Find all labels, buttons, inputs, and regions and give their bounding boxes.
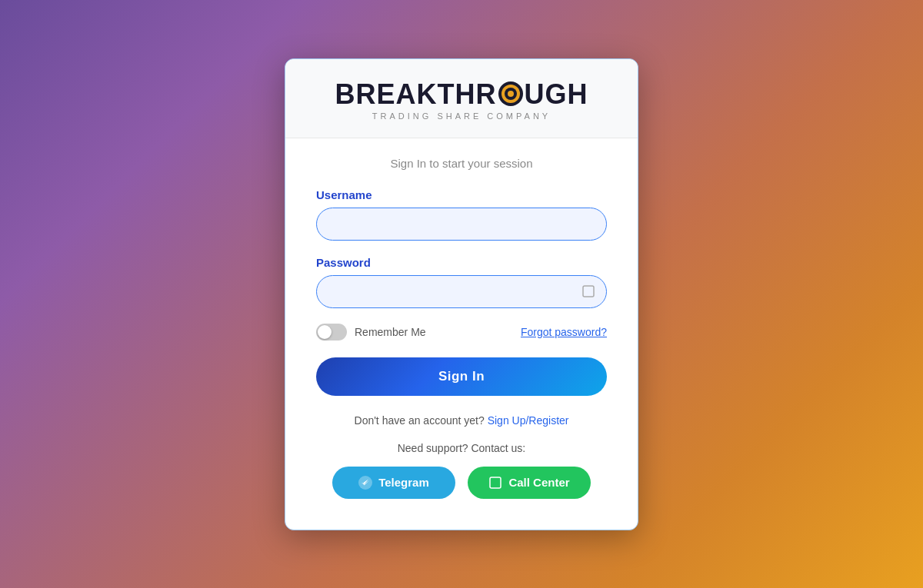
login-card: BREAKTHR UGH TRADING SHARE COMPANY Sign … [285, 58, 638, 530]
remember-me-label: Remember Me [355, 326, 426, 338]
callcenter-button[interactable]: Call Center [468, 467, 591, 499]
remember-left: Remember Me [316, 324, 426, 341]
support-text: Need support? Contact us: [316, 442, 607, 454]
logo-text-right: UGH [525, 81, 588, 108]
svg-rect-6 [490, 477, 501, 488]
sign-in-button[interactable]: Sign In [316, 357, 607, 396]
register-text: Don't have an account yet? [355, 414, 485, 427]
forgot-password-link[interactable]: Forgot password? [521, 326, 607, 338]
callcenter-label: Call Center [508, 476, 569, 489]
username-input[interactable] [316, 208, 607, 241]
password-label: Password [316, 256, 607, 269]
toggle-knob [318, 325, 332, 339]
form-section: Sign In to start your session Username P… [285, 138, 638, 499]
password-input[interactable] [316, 275, 607, 308]
logo-o-icon [498, 81, 524, 107]
logo-text-left: BREAKTHR [335, 81, 497, 108]
register-row: Don't have an account yet? Sign Up/Regis… [316, 414, 607, 427]
callcenter-icon [488, 476, 502, 490]
logo-subtitle: TRADING SHARE COMPANY [316, 111, 607, 121]
telegram-label: Telegram [378, 476, 429, 489]
remember-me-toggle[interactable] [316, 324, 347, 341]
password-wrapper [316, 275, 607, 308]
sign-in-subtitle: Sign In to start your session [316, 157, 607, 170]
telegram-button[interactable]: Telegram [332, 467, 455, 499]
telegram-icon [358, 476, 372, 490]
register-link[interactable]: Sign Up/Register [488, 414, 569, 427]
contact-buttons: Telegram Call Center [316, 467, 607, 499]
logo: BREAKTHR UGH TRADING SHARE COMPANY [316, 81, 607, 121]
username-label: Username [316, 188, 607, 201]
svg-point-3 [508, 91, 514, 97]
show-password-icon[interactable] [581, 284, 596, 299]
remember-row: Remember Me Forgot password? [316, 324, 607, 341]
logo-section: BREAKTHR UGH TRADING SHARE COMPANY [285, 59, 638, 138]
svg-rect-4 [583, 286, 594, 297]
